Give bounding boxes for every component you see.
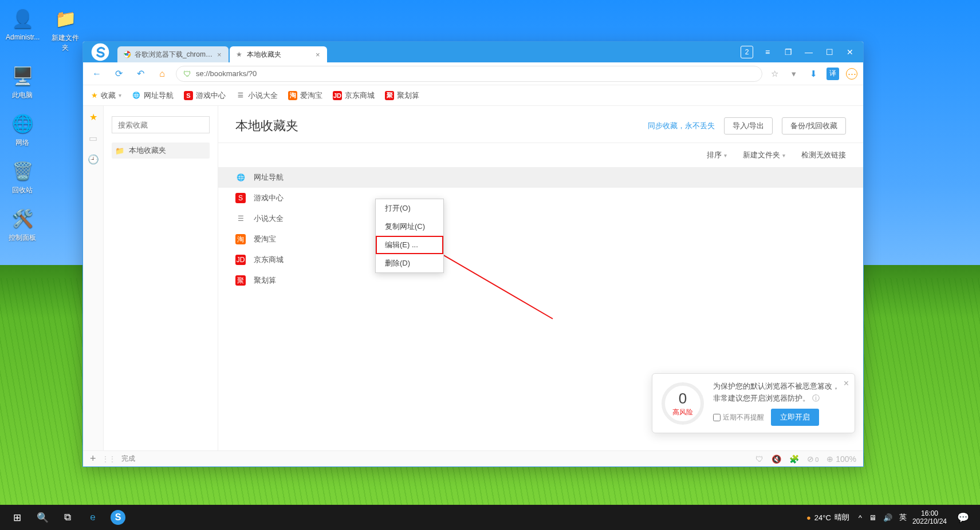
bookmark-bar-item[interactable]: ☰小说大全 [236,90,278,101]
start-button[interactable]: ⊞ [5,505,30,530]
chevron-down-icon: ▾ [724,152,727,159]
close-icon[interactable]: ✕ [844,46,856,58]
tab-count-badge[interactable]: 2 [741,46,753,58]
notifications-icon[interactable]: 💬 [950,505,975,530]
bookmark-row[interactable]: S游戏中心 [235,188,846,208]
desktop-icon-network[interactable]: 🌐网络 [6,110,39,148]
taskbar-edge[interactable]: e [80,505,105,530]
desktop-icon-newfolder[interactable]: 📁新建文件夹 [50,6,80,53]
enable-protection-button[interactable]: 立即开启 [771,409,819,426]
back-button[interactable]: ← [89,66,105,82]
tab-close-icon[interactable]: × [216,50,223,59]
bookmark-row[interactable]: 淘爱淘宝 [235,229,846,250]
more-icon[interactable]: ⋯ [846,68,857,80]
titlebar[interactable]: 谷歌浏览器下载_chrom… × ★ 本地收藏夹 × 2 ≡ ❐ — ☐ ✕ [83,42,863,62]
url-field[interactable]: 🛡 se://bookmarks/?0 [176,66,762,82]
bookmark-icon: S [184,91,193,100]
folder-local-bookmarks[interactable]: 📁 本地收藏夹 [112,143,210,159]
icon-label: 网络 [6,138,39,148]
adblock-icon[interactable]: ⊘0 [807,454,818,464]
tray-network-icon[interactable]: 🖥 [869,513,876,522]
bookmark-list: 🌐网址导航S游戏中心☰小说大全淘爱淘宝JD京东商城聚聚划算 [218,167,863,291]
rail-favorites-icon[interactable]: ★ [89,112,97,122]
maximize-icon[interactable]: ☐ [823,46,836,58]
tab-bookmarks[interactable]: ★ 本地收藏夹 × [230,46,327,62]
dont-remind-checkbox[interactable]: 近期不再提醒 [713,412,764,423]
bookmark-star-icon[interactable]: ☆ [768,68,781,80]
ctx-open[interactable]: 打开(O) [376,199,443,217]
bookmark-row-label: 聚划算 [254,275,276,286]
folder-label: 本地收藏夹 [129,145,166,156]
rail-reading-icon[interactable]: ▭ [89,133,97,144]
tray-chevron-icon[interactable]: ^ [859,513,862,522]
taskbar-clock[interactable]: 16:00 2022/10/24 [912,509,947,526]
favorites-menu[interactable]: ★收藏▾ [91,90,121,101]
ctx-delete[interactable]: 删除(D) [376,254,443,272]
bookmark-bar-item[interactable]: S游戏中心 [184,90,226,101]
import-export-button[interactable]: 导入/导出 [724,117,773,135]
desktop-icon-administrator[interactable]: 👤Administr... [6,6,39,53]
status-separator: ⋮⋮ [102,455,116,463]
extension-icon[interactable]: 🧩 [789,454,799,464]
tabstrip: 谷歌浏览器下载_chrom… × ★ 本地收藏夹 × [117,42,734,62]
info-icon[interactable]: ⓘ [810,394,820,402]
tab-close-icon[interactable]: × [314,50,321,59]
mute-icon[interactable]: 🔇 [772,454,781,464]
tray-ime[interactable]: 英 [899,512,907,523]
search-button[interactable]: 🔍 [30,505,55,530]
weather-temp: 24°C [814,513,831,522]
bookmark-icon: ☰ [236,91,245,100]
chrome-favicon-icon [123,50,131,58]
bookmark-row-label: 网址导航 [254,172,284,183]
undo-button[interactable]: ↶ [132,66,148,82]
minimize-icon[interactable]: — [802,46,815,58]
bookmark-row[interactable]: 聚聚划算 [235,270,846,291]
popup-text-2: 非常建议您开启浏览器防护。 [713,394,810,402]
bookmark-bar-item[interactable]: JD京东商城 [333,90,375,101]
bookmark-bar-item[interactable]: 淘爱淘宝 [288,90,322,101]
left-rail: ★ ▭ 🕘 [83,106,104,450]
bookmark-icon: 淘 [288,91,297,100]
sync-link[interactable]: 同步收藏，永不丢失 [648,121,715,131]
bookmark-label: 网址导航 [144,90,174,101]
risk-score-ring: 0 高风险 [662,382,704,425]
bookmark-row-label: 游戏中心 [254,193,284,203]
bookmark-row[interactable]: 🌐网址导航 [218,167,863,188]
bookmark-bar-item[interactable]: 聚聚划算 [385,90,419,101]
taskbar-sogou[interactable]: S [105,505,131,530]
tray-volume-icon[interactable]: 🔊 [883,513,892,522]
bookmark-bar-item[interactable]: 🌐网址导航 [132,90,174,101]
backup-restore-button[interactable]: 备份/找回收藏 [782,117,846,135]
new-folder-dropdown[interactable]: 新建文件夹▾ [743,150,785,160]
search-input[interactable] [112,116,210,133]
chevron-down-icon: ▾ [782,152,785,159]
restore-icon[interactable]: ❐ [782,46,794,58]
desktop-icon-controlpanel[interactable]: 🛠️控制面板 [6,205,39,243]
ctx-edit[interactable]: 编辑(E) ... [376,236,443,254]
sort-dropdown[interactable]: 排序▾ [707,150,727,160]
chevron-down-icon[interactable]: ▾ [788,68,800,80]
download-icon[interactable]: ⬇ [807,68,820,80]
bookmark-label: 聚划算 [397,90,419,101]
translate-icon[interactable]: 译 [826,68,839,80]
bookmark-row[interactable]: ☰小说大全 [235,208,846,229]
shield-status-icon[interactable]: 🛡 [755,454,763,464]
ctx-copy-url[interactable]: 复制网址(C) [376,217,443,236]
popup-close-icon[interactable]: × [844,378,849,389]
icon-label: 此电脑 [6,90,39,100]
desktop-icon-thispc[interactable]: 🖥️此电脑 [6,63,39,100]
weather-widget[interactable]: ● 24°C 晴朗 [806,512,849,523]
zoom-control[interactable]: ⊕ 100% [826,454,856,464]
desktop-icon-recyclebin[interactable]: 🗑️回收站 [6,158,39,195]
reload-button[interactable]: ⟳ [111,66,127,82]
desktop-icons: 👤Administr... 📁新建文件夹 🖥️此电脑 🌐网络 🗑️回收站 🛠️控… [6,6,80,243]
home-button[interactable]: ⌂ [154,66,170,82]
menu-icon[interactable]: ≡ [761,46,774,58]
bookmark-row[interactable]: JD京东商城 [235,250,846,270]
tab-chrome-download[interactable]: 谷歌浏览器下载_chrom… × [117,46,229,62]
new-tab-button[interactable]: + [90,453,96,465]
check-invalid-links[interactable]: 检测无效链接 [801,150,846,160]
rail-history-icon[interactable]: 🕘 [88,154,99,165]
taskview-button[interactable]: ⧉ [55,505,80,530]
sun-icon: ● [806,513,811,522]
